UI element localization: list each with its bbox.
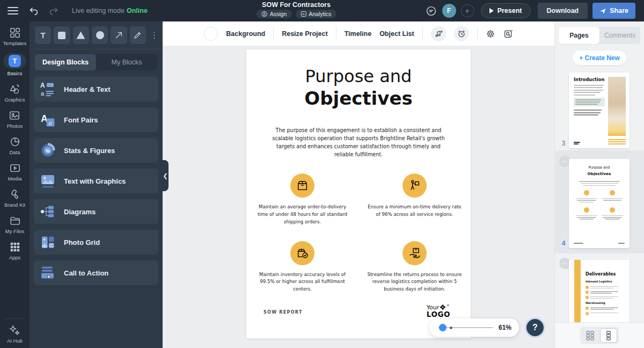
tab-design-blocks[interactable]: Design Blocks — [35, 54, 96, 70]
preview-magnifier-icon — [503, 29, 513, 39]
video-icon — [9, 162, 21, 174]
page-thumbnail-deliverables[interactable]: Deliverables Inbound Logistics Warehousi… — [569, 260, 630, 322]
preview-button[interactable] — [503, 29, 513, 39]
objective-item[interactable]: Maintain inventory accuracy levels of 99… — [246, 241, 358, 293]
block-photo-grid[interactable]: Photo Grid — [34, 230, 158, 255]
share-button[interactable]: Share — [592, 3, 635, 19]
sidebar-item-basics[interactable]: T Basics — [3, 53, 26, 76]
user-avatar[interactable]: F — [442, 4, 456, 18]
zoom-slider-handle[interactable] — [439, 324, 447, 331]
block-text-with-graphics[interactable]: Text with Graphics — [34, 169, 158, 193]
objective-item[interactable]: Streamline the returns process to ensure… — [358, 241, 471, 293]
download-button[interactable]: Download — [538, 3, 588, 19]
tab-comments[interactable]: Comments — [599, 27, 640, 44]
assign-person-icon — [261, 11, 268, 17]
create-new-page-button[interactable]: + Create New — [573, 50, 626, 65]
undo-button[interactable] — [28, 5, 39, 16]
block-diagrams[interactable]: Diagrams — [34, 199, 158, 224]
circle-icon — [96, 31, 104, 39]
tab-my-blocks[interactable]: My Blocks — [96, 54, 157, 70]
redo-icon — [49, 6, 59, 16]
thumbnail-row-purpose-objectives: ⋯ 4 Purpose and Objectives — [555, 150, 644, 253]
intro-paragraph[interactable]: The purpose of this engagement is to est… — [268, 127, 449, 158]
text-tool-button[interactable]: T — [35, 26, 51, 44]
sidebar-item-media[interactable]: Media — [8, 162, 22, 182]
sidebar-item-photos[interactable]: Photos — [7, 110, 23, 129]
page-title[interactable]: Purpose and Objectives — [246, 66, 471, 110]
square-shape-button[interactable] — [54, 26, 70, 44]
sidebar-item-brand-kit[interactable]: Brand Kit — [4, 189, 25, 208]
objective-item[interactable]: Maintain an average order-to-delivery ti… — [246, 173, 358, 226]
block-header-text[interactable]: Aa Header & Text — [34, 77, 158, 102]
svg-text:a: a — [41, 90, 45, 97]
photo-icon — [9, 110, 20, 121]
objective-item[interactable]: Ensure a minimum on-time delivery rate o… — [358, 173, 471, 226]
background-color-swatch[interactable] — [204, 27, 218, 41]
list-view-icon — [606, 331, 611, 340]
sidebar-item-data[interactable]: Data — [9, 136, 21, 155]
sidebar-item-templates[interactable]: Templates — [3, 27, 26, 46]
package-icon — [290, 173, 314, 198]
analytics-button[interactable]: Analytics — [295, 10, 336, 18]
sidebar-item-graphics[interactable]: Graphics — [4, 83, 25, 103]
list-view-button[interactable] — [600, 328, 617, 343]
present-button[interactable]: Present — [481, 3, 531, 18]
triangle-shape-button[interactable] — [73, 26, 89, 44]
grid-view-button[interactable] — [582, 328, 599, 343]
sidebar-item-my-files[interactable]: My Files — [5, 215, 24, 234]
objectives-grid: Maintain an average order-to-delivery ti… — [246, 173, 471, 293]
stats-figures-icon: % — [40, 142, 56, 158]
svg-text:A: A — [40, 82, 45, 89]
settings-button[interactable] — [486, 29, 495, 39]
block-stats-figures[interactable]: % Stats & Figures — [34, 138, 158, 163]
logo-flower-icon — [440, 305, 445, 310]
analytics-icon — [300, 11, 306, 17]
help-button[interactable]: ? — [525, 317, 545, 338]
add-collaborator-button[interactable]: + — [461, 4, 474, 17]
document-page[interactable]: Purpose and Objectives The purpose of th… — [246, 49, 471, 338]
hamburger-menu-icon[interactable] — [8, 7, 18, 15]
zoom-control: 61% — [429, 318, 519, 337]
thumbnail-row-introduction: 3 Introduction — [555, 69, 644, 150]
page-thumbnail-purpose-objectives[interactable]: Purpose and Objectives — [569, 159, 630, 248]
triangle-icon — [76, 31, 85, 39]
canvas-toolbar: Background Resize Project Timeline Objec… — [163, 21, 554, 46]
main-sidebar: Templates T Basics Graphics Photos Data … — [0, 21, 30, 348]
blocks-tabs: Design Blocks My Blocks — [35, 54, 157, 70]
tab-pages[interactable]: Pages — [559, 27, 599, 44]
pie-chart-icon — [9, 136, 21, 148]
comments-button[interactable] — [426, 5, 437, 17]
sidebar-item-ai-hub[interactable]: AI Hub — [7, 324, 23, 344]
shapes-icon — [9, 83, 20, 95]
project-title[interactable]: SOW For Contractors — [262, 1, 331, 9]
add-music-button[interactable] — [431, 26, 446, 41]
square-icon — [58, 32, 65, 39]
object-list-button[interactable]: Object List — [379, 30, 414, 38]
text-graphics-icon — [40, 173, 56, 189]
background-button[interactable]: Background — [226, 30, 265, 38]
sidebar-item-apps[interactable]: Apps — [9, 241, 21, 260]
thumbnail-view-bar — [555, 322, 644, 348]
circle-shape-button[interactable] — [92, 26, 108, 44]
share-arrow-icon — [599, 8, 606, 15]
block-call-to-action[interactable]: Call to Action — [34, 260, 158, 285]
block-font-pairs[interactable]: Aa Font Pairs — [34, 107, 158, 132]
redo-button[interactable] — [48, 5, 59, 16]
thumbnail-row-deliverables: ⋯ Deliverables Inbound Logistics Warehou… — [555, 253, 644, 322]
resize-project-button[interactable]: Resize Project — [282, 30, 327, 38]
assign-button[interactable]: Assign — [257, 10, 292, 18]
page-footer-label[interactable]: SOW REPORT — [264, 310, 303, 315]
more-shapes-menu[interactable]: ⋮ — [150, 34, 158, 37]
sidebar-divider — [5, 318, 25, 319]
draw-tool-button[interactable] — [130, 26, 146, 44]
timeline-button[interactable]: Timeline — [345, 30, 371, 38]
timer-button[interactable] — [454, 26, 469, 41]
brand-logo[interactable]: Your ® LOGO — [427, 305, 450, 318]
text-basics-icon: T — [9, 55, 21, 67]
collapse-panel-button[interactable]: ❮ — [162, 160, 169, 191]
page-thumbnail-introduction[interactable]: Introduction — [569, 73, 630, 148]
pen-icon — [133, 31, 142, 40]
call-to-action-icon — [40, 265, 56, 281]
arrow-shape-button[interactable] — [111, 26, 127, 44]
zoom-slider[interactable] — [438, 324, 493, 331]
